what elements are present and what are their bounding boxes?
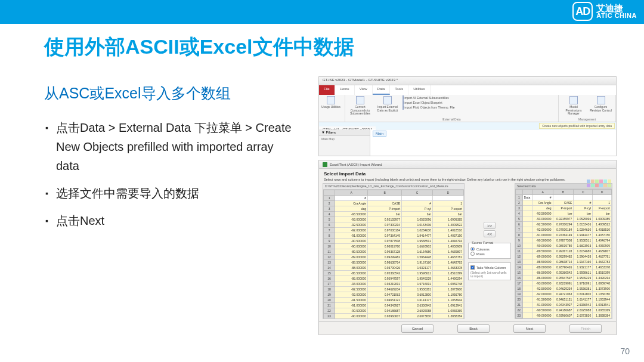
convert-compounds-button[interactable]: Convert Compounds to Subassemblies <box>348 96 373 116</box>
tab-data[interactable]: Data <box>373 85 391 95</box>
slide-title: 使用外部ASCII或Excel文件中数据 <box>44 33 354 61</box>
ribbon: Usage Utilities Convert Compounds to Sub… <box>319 95 616 122</box>
source-table[interactable]: D:\GTI\v2023\examples\Engine_1D_Gas_Exch… <box>323 183 465 319</box>
nav-main-map[interactable]: Main Map <box>319 136 370 142</box>
cancel-button[interactable]: Cancel <box>401 324 434 333</box>
usage-utilities-button[interactable]: Usage Utilities <box>321 96 340 109</box>
status-row: GTModel1 - GT-SUITE v2023 * Create new o… <box>319 122 616 129</box>
wizard-footer: Cancel Back Next Finish <box>319 321 616 335</box>
status-hint: Create new objects prefilled with import… <box>539 123 615 129</box>
tab-utilities[interactable]: Utilities <box>408 85 430 95</box>
check-icon: ✓ <box>470 265 475 270</box>
source-format-group: Source Format Columns Rows <box>468 241 511 259</box>
brand-logo: AD 艾迪捷 ATIC CHINA <box>572 2 637 21</box>
radio-icon <box>470 247 475 251</box>
source-path: D:\GTI\v2023\examples\Engine_1D_Gas_Exch… <box>323 184 464 190</box>
filters-header[interactable]: ▼ Filters <box>319 129 370 136</box>
brand-mark-icon: AD <box>572 2 593 21</box>
import-wizard: Excel/Text (ASCII) Import Wizard Select … <box>318 160 617 335</box>
take-whole-group: ✓Take Whole Column (Select only 1st row … <box>468 262 511 280</box>
transfer-controls: >> << Source Format Columns Rows ✓Take W… <box>468 183 511 319</box>
take-help: (Select only 1st row of cells to import) <box>470 271 509 278</box>
brand-en: ATIC CHINA <box>596 13 637 19</box>
page-number: 70 <box>620 346 630 356</box>
excel-icon <box>323 162 327 167</box>
tab-file[interactable]: File <box>319 85 335 95</box>
import-blueprint-link[interactable]: Import Excel Object Blueprint <box>402 101 455 104</box>
move-left-button[interactable]: << <box>484 230 496 237</box>
wizard-heading: Select Import Data <box>324 171 611 177</box>
permissions-button[interactable]: Model Permissions Manager <box>561 96 586 116</box>
color-legend <box>587 180 611 187</box>
radio-icon <box>470 252 475 256</box>
gear-icon <box>597 96 605 104</box>
bullet-item: 点击Next <box>44 211 295 230</box>
canvas-tab-main[interactable]: Main <box>373 131 386 137</box>
tab-view[interactable]: View <box>355 85 373 95</box>
tab-home[interactable]: Home <box>335 85 355 95</box>
radio-columns[interactable]: Columns <box>470 247 509 251</box>
radio-rows[interactable]: Rows <box>470 252 509 256</box>
app-titlebar: GT-ISE v2023 - GTModel1 - GT-SUITE v2023… <box>319 77 616 85</box>
back-button[interactable]: Back <box>457 324 490 333</box>
revision-button[interactable]: Configure Revision Control <box>589 96 613 112</box>
lock-icon <box>569 96 578 104</box>
slide-subtitle: 从ASC或Excel导入多个数组 <box>44 83 231 103</box>
import-icon <box>383 96 392 104</box>
wizard-subtext: Select rows and columns to import (inclu… <box>324 178 611 182</box>
convert-icon <box>356 96 364 104</box>
app-window: GT-ISE v2023 - GTModel1 - GT-SUITE v2023… <box>318 76 617 156</box>
app-tabbar: File Home View Data Tools Utilities <box>319 85 616 95</box>
external-links: Import All External Subassemblies Import… <box>402 96 455 109</box>
filters-pane: ▼ Filters Main Map <box>319 129 370 156</box>
import-explicit-button[interactable]: Import External Data as Explicit <box>375 96 400 112</box>
import-fluid-link[interactable]: Import Fluid Objects from Thermo. File <box>402 106 455 109</box>
take-whole-checkbox[interactable]: ✓Take Whole Column <box>470 265 509 270</box>
wizard-titlebar: Excel/Text (ASCII) Import Wizard <box>319 160 616 169</box>
bullet-item: 选择文件中需要导入的数据 <box>44 184 295 203</box>
slide-topbar: AD 艾迪捷 ATIC CHINA <box>0 0 644 24</box>
import-subassemblies-link[interactable]: Import All External Subassemblies <box>402 96 455 100</box>
bullet-item: 点击Data > External Data 下拉菜单 > Create New… <box>44 118 295 175</box>
brand-cn: 艾迪捷 <box>596 4 637 13</box>
canvas[interactable]: Main <box>370 129 616 156</box>
selected-table[interactable]: Selected Data ABCD1Data#2Cra AngleCASE#1… <box>515 183 612 319</box>
next-button[interactable]: Next <box>513 324 546 333</box>
move-right-button[interactable]: >> <box>484 222 496 229</box>
finish-button[interactable]: Finish <box>569 324 602 333</box>
sigma-icon <box>327 96 335 104</box>
bullet-list: 点击Data > External Data 下拉菜单 > Create New… <box>44 118 295 239</box>
tab-tools[interactable]: Tools <box>390 85 408 95</box>
